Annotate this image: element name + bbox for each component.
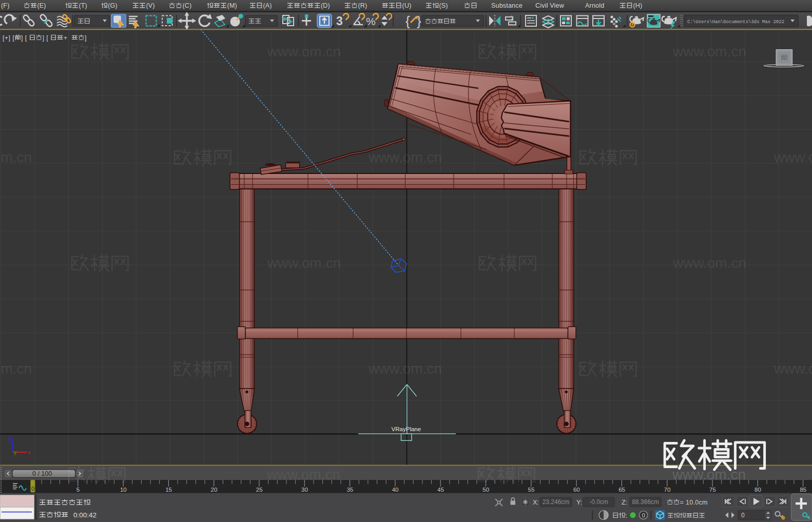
svg-text:www.om.cn: www.om.cn: [368, 361, 442, 377]
svg-text:Civil View: Civil View: [535, 2, 565, 9]
svg-text:60: 60: [573, 487, 580, 493]
svg-text:20: 20: [211, 487, 218, 493]
svg-text:www.om.cn: www.om.cn: [267, 44, 341, 60]
svg-text:Y:: Y:: [576, 499, 582, 506]
svg-text:%: %: [366, 15, 376, 27]
svg-text:(T): (T): [79, 2, 87, 9]
svg-text:C:\Users\Han\Documents\3ds Max: C:\Users\Han\Documents\3ds Max 2022: [687, 20, 784, 25]
svg-text:VRayPlane: VRayPlane: [392, 426, 421, 432]
svg-text:+: +: [64, 34, 68, 42]
svg-text:10: 10: [120, 487, 127, 493]
svg-text:35: 35: [346, 487, 353, 493]
svg-text:x: x: [28, 449, 31, 455]
svg-text:(G): (G): [108, 2, 118, 9]
svg-text:Z:: Z:: [622, 499, 627, 506]
svg-text:]: ]: [85, 34, 87, 42]
svg-text:-0.0cm: -0.0cm: [589, 498, 608, 506]
svg-text:}: }: [417, 13, 421, 29]
svg-text:Z: Z: [8, 436, 11, 442]
svg-text:(E): (E): [37, 2, 46, 9]
svg-text:www.om.cn: www.om.cn: [0, 361, 32, 377]
svg-text:(R): (R): [358, 2, 367, 9]
svg-text:65: 65: [618, 487, 625, 493]
svg-text:75: 75: [709, 487, 716, 493]
svg-text:(V): (V): [146, 2, 154, 9]
svg-text:y: y: [14, 449, 17, 455]
svg-text:85: 85: [800, 487, 806, 493]
svg-text:0: 0: [741, 512, 745, 519]
svg-text:0:00:42: 0:00:42: [73, 511, 96, 519]
svg-text:X:: X:: [533, 499, 539, 506]
svg-text:(S): (S): [439, 2, 448, 9]
svg-text:(U): (U): [402, 2, 412, 9]
svg-text:www.om.cn: www.om.cn: [368, 149, 442, 165]
svg-text:5: 5: [76, 487, 80, 493]
svg-text:25: 25: [256, 487, 263, 493]
svg-text:(A): (A): [263, 2, 272, 9]
svg-text:0 / 100: 0 / 100: [32, 470, 52, 477]
svg-text:(M): (M): [227, 2, 237, 9]
svg-text:] [: ] [: [21, 34, 27, 42]
svg-text:www.om.cn: www.om.cn: [266, 467, 340, 482]
svg-text:55: 55: [528, 487, 535, 493]
svg-text:88.366cm: 88.366cm: [632, 498, 659, 506]
svg-text:(F): (F): [1, 2, 10, 9]
svg-text:[+] [: [+] [: [3, 34, 14, 42]
svg-text:3: 3: [336, 14, 343, 28]
svg-text:Substance: Substance: [491, 2, 523, 9]
svg-text:Arnold: Arnold: [585, 2, 604, 9]
svg-text:70: 70: [664, 487, 671, 493]
svg-text:www.om.cn: www.om.cn: [267, 255, 341, 271]
svg-text::: :: [626, 512, 628, 519]
svg-text:www.om.cn: www.om.cn: [0, 149, 32, 165]
svg-text:= 10.0cm: = 10.0cm: [680, 499, 708, 506]
svg-text:{: {: [405, 13, 410, 29]
svg-text:www.om.cn: www.om.cn: [774, 361, 812, 377]
svg-text:(H): (H): [633, 2, 642, 9]
svg-text:(C): (C): [182, 2, 191, 9]
svg-text:0: 0: [31, 486, 34, 492]
svg-text:] [: ] [: [42, 34, 48, 42]
svg-text:23.246cm: 23.246cm: [543, 498, 570, 506]
svg-text:40: 40: [392, 487, 399, 493]
svg-text:30: 30: [301, 487, 308, 493]
svg-text:15: 15: [165, 487, 172, 493]
svg-text:0: 0: [642, 512, 645, 518]
svg-text:45: 45: [437, 487, 444, 493]
svg-text:50: 50: [482, 487, 489, 493]
svg-text:www.om.cn: www.om.cn: [672, 255, 746, 271]
svg-text:www.om.cn: www.om.cn: [672, 44, 746, 60]
svg-text:(D): (D): [321, 2, 330, 9]
svg-text:80: 80: [755, 487, 761, 493]
svg-text:www.om.cn: www.om.cn: [774, 149, 812, 165]
